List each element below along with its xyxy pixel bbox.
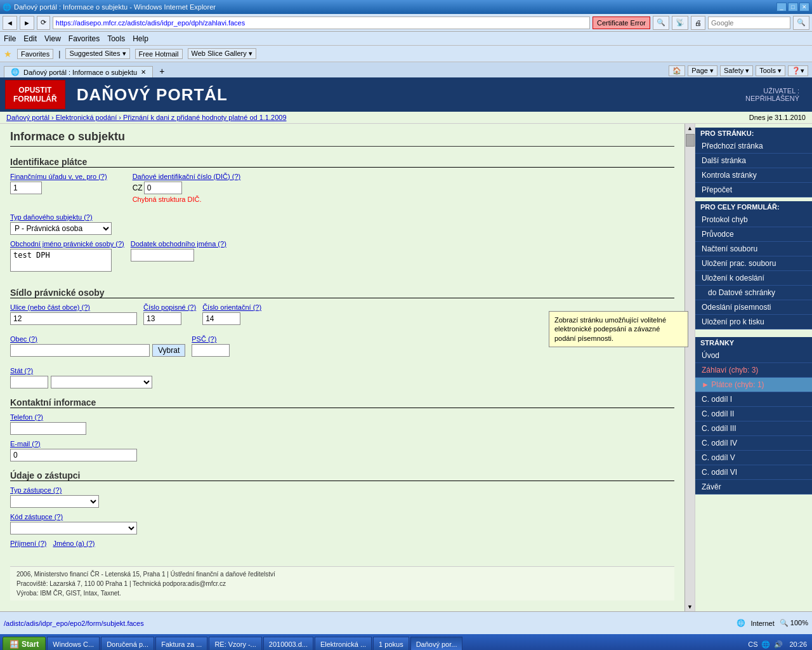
search-input[interactable] [708,17,790,29]
print-button[interactable]: 🖨 [691,16,705,30]
sidebar-pruvodce[interactable]: Průvodce [695,227,812,242]
cislo-orientacni-input[interactable] [202,312,240,325]
menu-favorites[interactable]: Favorites [69,34,100,43]
taskbar-item-2[interactable]: Faktura za ... [155,637,207,650]
taskbar-item-6[interactable]: 1 pokus [373,637,409,650]
sidebar-nav-coddil6[interactable]: C. oddíl VI [695,465,812,480]
sidebar-kontrola[interactable]: Kontrola stránky [695,168,812,183]
rss-button[interactable]: 📡 [672,16,688,30]
opustit-button[interactable]: OPUSTIT FORMULÁŘ [5,80,65,110]
cislo-orientacni-label[interactable]: Číslo orientační (?) [202,303,261,311]
psc-input[interactable] [192,344,230,357]
search-go-button[interactable]: 🔍 [653,16,669,30]
refresh-button[interactable]: ⟳ [37,16,50,30]
menu-view[interactable]: View [44,34,61,43]
sidebar-do-datove[interactable]: do Datové schránky [695,286,812,300]
typ-zastupce-select[interactable] [10,495,99,508]
home-button[interactable]: 🏠 [669,65,685,76]
sidebar-nav-coddil3[interactable]: C. oddíl III [695,421,812,436]
address-input[interactable] [53,17,590,29]
search-button[interactable]: 🔍 [793,16,809,30]
dodatek-input[interactable] [131,249,194,262]
typ-select[interactable]: P - Právnická osoba [10,222,112,235]
sidebar-odeslani[interactable]: Odeslání písemnosti [695,300,812,315]
prijmeni-label[interactable]: Příjmení (?) [10,540,46,547]
sidebar-nacteni[interactable]: Načtení souboru [695,242,812,256]
sidebar-prepocet[interactable]: Přepočet [695,183,812,197]
minimize-button[interactable]: _ [776,3,787,11]
stat-label[interactable]: Stát (?) [10,367,674,375]
taskbar-item-5[interactable]: Elektronická ... [315,637,372,650]
sidebar-predchozi[interactable]: Předchozí stránka [695,139,812,154]
active-tab[interactable]: 🌐 Daňový portál : Informace o subjektu ✕ [4,66,153,77]
vybrat-button[interactable]: Vybrat [152,344,185,357]
sidebar-nav-coddil1[interactable]: C. oddíl I [695,392,812,407]
telefon-input[interactable] [10,422,86,435]
ulice-input[interactable] [10,312,137,325]
obec-label[interactable]: Obec (?) [10,335,185,343]
tools-menu-button[interactable]: Tools ▾ [756,65,785,76]
maximize-button[interactable]: □ [788,3,798,11]
ulice-label[interactable]: Ulice (nebo část obce) (?) [10,303,137,311]
financnimu-label[interactable]: Finančnímu úřadu v, ve, pro (?) [10,173,107,180]
help-menu-button[interactable]: ❓▾ [788,65,808,76]
financnimu-input[interactable] [10,182,42,194]
scrollbar[interactable]: ▲ ▼ [684,124,695,611]
menu-file[interactable]: File [4,34,16,43]
taskbar-item-4[interactable]: 2010003.d... [263,637,313,650]
web-slice-gallery-button[interactable]: Web Slice Gallery ▾ [188,48,256,59]
dic-label[interactable]: Daňové identifikační číslo (DIČ) (?) [133,173,241,180]
favorites-button[interactable]: Favorites [17,49,53,59]
sidebar-protokol[interactable]: Protokol chyb [695,213,812,227]
kod-zastupce-label[interactable]: Kód zástupce (?) [10,513,674,521]
obchodni-textarea[interactable]: test DPH [10,249,112,272]
safety-menu-button[interactable]: Safety ▾ [720,65,753,76]
email-input[interactable] [10,449,137,461]
forward-button[interactable]: ► [20,16,34,30]
tab-close-button[interactable]: ✕ [141,69,146,76]
sidebar-nav-coddil5[interactable]: C. oddíl V [695,451,812,465]
close-button[interactable]: ✕ [799,3,809,11]
obchodni-label[interactable]: Obchodní jméno právnické osoby (?) [10,240,124,248]
jmeno-label[interactable]: Jméno (a) (?) [53,540,95,547]
menu-tools[interactable]: Tools [107,34,125,43]
start-button[interactable]: 🪟 Start [3,637,46,650]
menu-help[interactable]: Help [133,34,148,43]
new-tab-button[interactable]: + [154,65,169,77]
taskbar-item-1[interactable]: Doručená p... [101,637,154,650]
dic-input[interactable] [144,182,182,194]
sidebar-nav-zaver[interactable]: Závěr [695,480,812,494]
sidebar-nav-coddil4[interactable]: C. oddíl IV [695,436,812,451]
psc-label[interactable]: PSČ (?) [192,335,230,343]
cert-error-button[interactable]: Certificate Error [593,17,650,29]
taskbar-item-0[interactable]: Windows C... [47,637,100,650]
taskbar-item-3[interactable]: RE: Vzory -... [209,637,261,650]
back-button[interactable]: ◄ [3,16,17,30]
sidebar-nav-platce[interactable]: ► Plátce (chyb: 1) [695,378,812,392]
stat-select[interactable] [51,376,152,388]
page-menu-button[interactable]: Page ▾ [688,65,717,76]
sidebar-nav-zahlavi[interactable]: Záhlaví (chyb: 3) [695,363,812,378]
sidebar-ulozeni-odeslani[interactable]: Uložení k odeslání [695,271,812,286]
sidebar-nav-uvod[interactable]: Úvod [695,348,812,363]
email-label[interactable]: E-mail (?) [10,440,674,448]
taskbar-item-7[interactable]: Daňový por... [410,637,463,650]
dodatek-label[interactable]: Dodatek obchodního jména (?) [131,240,226,248]
sidebar-tisk[interactable]: Uložení pro k tisku [695,315,812,329]
typ-zastupce-label[interactable]: Typ zástupce (?) [10,486,674,494]
typ-label[interactable]: Typ daňového subjektu (?) [10,213,674,221]
obec-input[interactable] [10,344,150,357]
menu-edit[interactable]: Edit [23,34,37,43]
stat-code-input[interactable] [10,376,48,388]
cislo-popisne-label[interactable]: Číslo popisné (?) [143,303,196,311]
kod-zastupce-select[interactable] [10,522,137,534]
scroll-thumb[interactable] [686,134,695,147]
telefon-label[interactable]: Telefon (?) [10,413,674,421]
suggested-sites-button[interactable]: Suggested Sites ▾ [65,48,129,59]
sidebar-dalsi[interactable]: Další stránka [695,154,812,168]
free-hotmail-button[interactable]: Free Hotmail [135,49,183,59]
cislo-popisne-input[interactable] [143,312,181,325]
sidebar-nav-coddil2[interactable]: C. oddíl II [695,407,812,421]
scroll-down-arrow[interactable]: ▼ [686,602,694,611]
sidebar-ulozeni-prac[interactable]: Uložení prac. souboru [695,256,812,271]
